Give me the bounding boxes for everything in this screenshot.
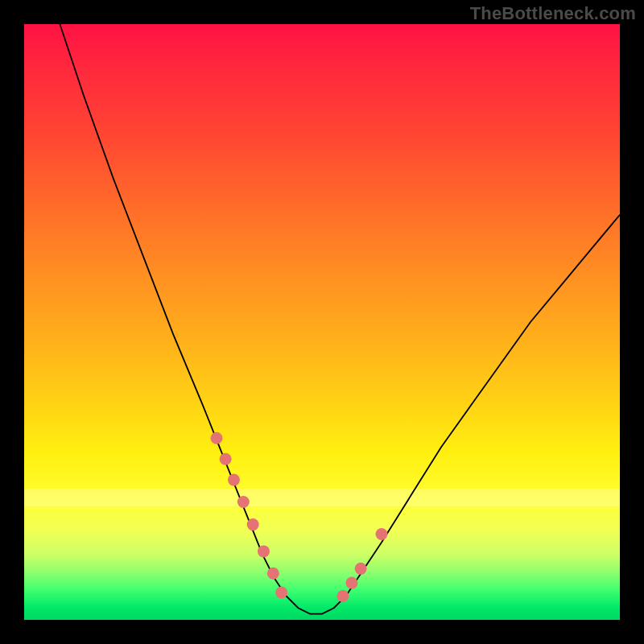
curve-marker-dot: [220, 453, 232, 465]
curve-marker-pill: [365, 543, 377, 559]
curve-marker-dot: [355, 563, 367, 575]
chart-frame: TheBottleneck.com: [0, 0, 644, 644]
curve-marker-dot: [275, 586, 287, 598]
curve-marker-dot: [228, 474, 240, 486]
curve-marker-dot: [267, 568, 279, 580]
curve-marker-dot: [346, 577, 358, 589]
bottleneck-curve: [24, 24, 620, 620]
curve-marker-dot: [211, 432, 223, 444]
curve-marker-dot: [336, 590, 349, 602]
curve-line: [60, 24, 620, 614]
curve-markers: [211, 432, 400, 603]
curve-marker-dot: [237, 496, 250, 508]
curve-marker-dot: [376, 528, 388, 540]
curve-marker-dot: [258, 545, 270, 557]
watermark-label: TheBottleneck.com: [470, 3, 636, 24]
curve-marker-dot: [247, 518, 259, 530]
plot-area: [24, 24, 620, 620]
